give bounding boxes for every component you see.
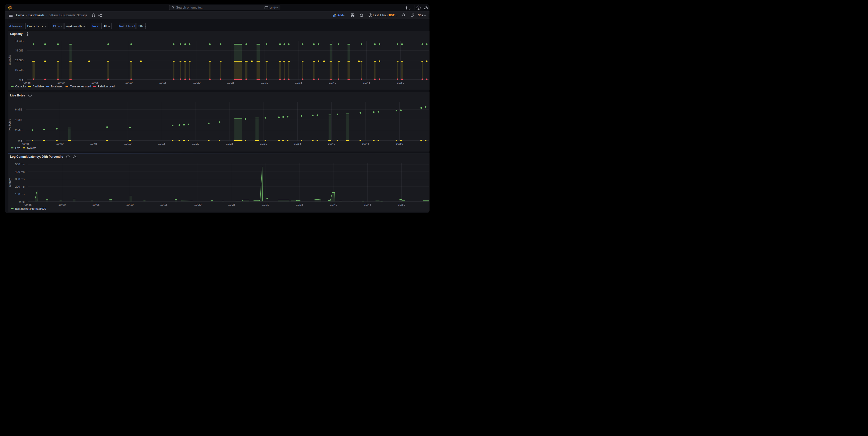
svg-text:10:20: 10:20 (193, 81, 200, 84)
svg-text:10:25: 10:25 (226, 142, 234, 145)
svg-text:10:00: 10:00 (58, 81, 65, 84)
svg-text:2 MiB: 2 MiB (15, 128, 23, 132)
svg-text:10:05: 10:05 (92, 203, 100, 206)
svg-text:32 GiB: 32 GiB (15, 59, 24, 61)
svg-text:10:10: 10:10 (126, 203, 133, 206)
svg-text:10:25: 10:25 (228, 203, 236, 206)
svg-text:64 GiB: 64 GiB (15, 39, 24, 42)
svg-text:10:25: 10:25 (227, 81, 235, 84)
svg-text:100 ms: 100 ms (15, 193, 25, 196)
svg-text:10:00: 10:00 (56, 142, 63, 145)
svg-text:?: ? (418, 6, 420, 9)
svg-text:10:15: 10:15 (159, 81, 167, 84)
svg-text:400 ms: 400 ms (15, 170, 25, 173)
svg-text:10:40: 10:40 (330, 203, 337, 206)
svg-text:10:45: 10:45 (364, 203, 371, 206)
svg-text:10:40: 10:40 (329, 81, 336, 84)
svg-text:10:50: 10:50 (396, 142, 403, 145)
svg-text:10:05: 10:05 (90, 142, 98, 145)
svg-text:10:10: 10:10 (125, 81, 132, 84)
svg-text:10:50: 10:50 (398, 203, 405, 206)
svg-text:0 ns: 0 ns (19, 200, 25, 203)
svg-text:10:35: 10:35 (295, 81, 303, 84)
svg-text:09:55: 09:55 (25, 203, 32, 206)
svg-text:10:30: 10:30 (260, 142, 267, 145)
svg-text:10:20: 10:20 (194, 203, 202, 206)
svg-text:300 ms: 300 ms (15, 178, 25, 181)
svg-text:capacity: capacity (8, 55, 11, 65)
svg-text:10:40: 10:40 (328, 142, 335, 145)
svg-text:48 GiB: 48 GiB (15, 49, 24, 52)
svg-text:6 MiB: 6 MiB (15, 108, 23, 111)
svg-text:0 B: 0 B (19, 78, 24, 81)
svg-text:10:20: 10:20 (192, 142, 199, 145)
svg-text:10:15: 10:15 (158, 142, 165, 145)
svg-text:200 ms: 200 ms (15, 185, 25, 188)
svg-text:0 B: 0 B (18, 139, 23, 142)
svg-text:4 MiB: 4 MiB (15, 118, 23, 121)
svg-text:10:30: 10:30 (261, 81, 268, 84)
svg-text:latency: latency (8, 178, 11, 187)
svg-text:10:05: 10:05 (91, 81, 99, 84)
svg-text:10:30: 10:30 (262, 203, 269, 206)
svg-text:09:55: 09:55 (24, 81, 31, 84)
svg-text:10:15: 10:15 (160, 203, 168, 206)
svg-text:10:45: 10:45 (362, 142, 369, 145)
svg-text:10:35: 10:35 (294, 142, 301, 145)
svg-text:10:50: 10:50 (397, 81, 404, 84)
svg-text:10:45: 10:45 (363, 81, 370, 84)
svg-text:10:10: 10:10 (124, 142, 131, 145)
svg-text:live bytes: live bytes (8, 119, 11, 131)
svg-text:09:55: 09:55 (22, 142, 30, 145)
svg-text:16 GiB: 16 GiB (15, 68, 24, 71)
svg-text:10:35: 10:35 (296, 203, 304, 206)
svg-text:10:00: 10:00 (59, 203, 66, 206)
svg-text:500 ms: 500 ms (15, 163, 25, 166)
